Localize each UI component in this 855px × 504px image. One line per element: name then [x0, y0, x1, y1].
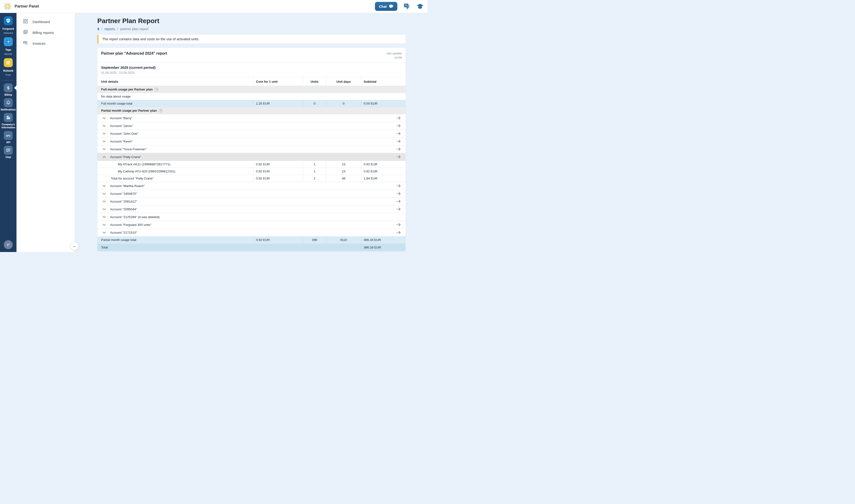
unit-row: My ATrack AK11 (199988872817771)0.92 EUR… [97, 161, 406, 168]
notice-text: The report contains data and costs on th… [102, 37, 199, 41]
row-units: 2 [303, 175, 326, 182]
tags-label: Tags Assets [4, 47, 12, 56]
help-icon[interactable]: ? [159, 109, 163, 112]
account-row[interactable]: Account "Yusra Freeman" [97, 145, 406, 153]
report-table-body: Full month usage per Partner plan?No dat… [97, 86, 406, 251]
ruhavik-wheel-icon [4, 58, 13, 67]
account-row[interactable]: Account "2171510" [97, 229, 406, 236]
breadcrumb: $ / reports / partner plan report [97, 27, 406, 31]
row-arrow-icon[interactable] [396, 192, 401, 195]
section-label: Partial month usage per Partner plan [97, 109, 157, 112]
sidebar-item-company-information[interactable]: Company's information [0, 113, 17, 129]
sidebar-item-chat[interactable]: Chat [0, 146, 17, 159]
row-arrow-icon[interactable] [396, 155, 401, 159]
account-row[interactable]: Account "Kevin" [97, 137, 406, 145]
row-arrow-icon[interactable] [396, 208, 401, 211]
sidebar-divider [3, 80, 14, 80]
forguard-shield-icon [4, 16, 13, 25]
account-row[interactable]: Account "1893670" [97, 190, 406, 197]
chat-button-label: Chat [379, 4, 387, 8]
account-row[interactable]: Account "Barry" [97, 114, 406, 122]
main-content: Partner Plan Report $ / reports / partne… [75, 13, 428, 252]
row-label: My ATrack AK11 (199988872817771) [97, 161, 254, 168]
account-row[interactable]: Account "2081412" [97, 197, 406, 205]
account-row[interactable]: Account "Martha Roach" [97, 182, 406, 190]
breadcrumb-separator: / [101, 27, 102, 31]
topbar: Partner Panel Chat ?! [0, 0, 428, 13]
period-title: September 2025 (current period) [101, 66, 402, 70]
row-cost: 1.20 EUR [254, 100, 303, 107]
breadcrumb-root-link[interactable]: $ [97, 27, 99, 31]
report-period: September 2025 (current period) 01.09.20… [97, 62, 406, 77]
brand-name: Partner Panel [15, 4, 39, 8]
account-row[interactable]: Account "John Doe" [97, 129, 406, 137]
row-arrow-icon[interactable] [396, 184, 401, 187]
chevron-down-icon[interactable] [103, 125, 106, 127]
row-arrow-icon[interactable] [396, 147, 401, 151]
avatar[interactable]: P [4, 240, 13, 249]
account-row[interactable]: Account "2095044" [97, 205, 406, 213]
row-subtotal: 1.84 EUR [361, 175, 406, 182]
sidebar-item-billing-reports[interactable]: Billing reports [17, 27, 75, 38]
chevron-down-icon[interactable] [103, 232, 106, 234]
sidebar-item-dashboard[interactable]: Dashboard [17, 16, 75, 27]
grand-total-label: Total [97, 244, 361, 251]
brand[interactable]: Partner Panel [3, 2, 39, 11]
row-label: My CalAmp ATU-620 (09910299812331) [97, 168, 254, 175]
chevron-down-icon[interactable] [103, 140, 106, 143]
row-unit-days: 23 [326, 168, 361, 175]
row-arrow-icon[interactable] [396, 200, 401, 203]
sidebar-item-api[interactable]: API API [0, 131, 17, 144]
chevron-down-icon[interactable] [103, 208, 106, 210]
row-arrow-icon[interactable] [396, 132, 401, 135]
sidebar-app-tags[interactable]: Tags Assets [0, 37, 17, 56]
account-row[interactable]: Account "2125294" (it was deleted) [97, 213, 406, 221]
report-card: Partner plan "Advanced 2024" report last… [97, 48, 406, 251]
sidebar-app-forguard[interactable]: Forguard Vehicles [0, 16, 17, 35]
empty-message-row: No data about usage [97, 93, 406, 100]
account-label: Account "1893670" [110, 192, 137, 196]
row-arrow-icon[interactable] [396, 140, 401, 143]
chevron-down-icon[interactable] [103, 216, 106, 218]
account-row[interactable]: Account "Polly Crane" [97, 153, 406, 161]
collapse-sidebar-button[interactable]: ← [71, 242, 79, 250]
breadcrumb-reports-link[interactable]: reports [104, 27, 115, 31]
tags-icon [4, 37, 13, 46]
account-label: Account "Jarvis" [110, 124, 133, 128]
sidebar-item-notifications[interactable]: Notifications [0, 98, 17, 111]
dashboard-grid-icon [23, 18, 28, 25]
row-arrow-icon[interactable] [396, 124, 401, 127]
dashboard-label: Dashboard [33, 20, 50, 24]
chevron-down-icon[interactable] [103, 132, 106, 135]
sidebar-item-billing[interactable]: $ Billing [0, 83, 17, 96]
help-icon[interactable]: ? [155, 88, 159, 91]
chevron-down-icon[interactable] [103, 193, 106, 195]
chevron-down-icon[interactable] [103, 200, 106, 202]
row-arrow-icon[interactable] [396, 231, 401, 234]
chat-button[interactable]: Chat [375, 2, 397, 11]
chevron-down-icon[interactable] [103, 117, 106, 119]
billing-dollar-icon: $ [4, 83, 13, 92]
row-units: 398 [303, 236, 326, 243]
last-update-label: last update [387, 52, 402, 55]
account-row[interactable]: Account "Jarvis" [97, 122, 406, 129]
account-label: Account "Polly Crane" [110, 155, 141, 159]
row-cost: 0.92 EUR [254, 175, 303, 182]
sidebar-app-ruhavik[interactable]: Ruhavik Free [0, 58, 17, 77]
account-row[interactable]: Account "Forguard 300 units" [97, 221, 406, 229]
chevron-down-icon[interactable] [103, 185, 106, 187]
section-label: Full month usage per Partner plan [97, 88, 153, 91]
row-arrow-icon[interactable] [396, 116, 401, 120]
chevron-down-icon[interactable] [103, 148, 106, 150]
faq-icon[interactable]: ?! [403, 3, 410, 10]
sidebar-item-invoices[interactable]: Invoices [17, 38, 75, 49]
education-icon[interactable] [416, 3, 424, 10]
row-label: Total for account "Polly Crane" [97, 175, 254, 182]
chevron-down-icon[interactable] [103, 224, 106, 226]
row-cost: 0.92 EUR [254, 236, 303, 243]
billing-reports-label: Billing reports [33, 31, 54, 35]
chevron-up-icon[interactable] [103, 156, 106, 158]
breadcrumb-separator: / [117, 27, 118, 31]
svg-text:API: API [6, 134, 11, 137]
row-arrow-icon[interactable] [396, 223, 401, 226]
